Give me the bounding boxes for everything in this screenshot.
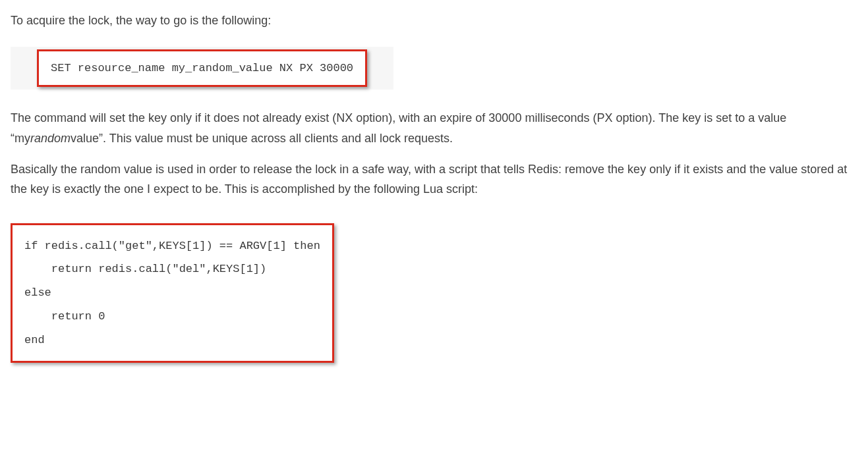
p2-italic: random — [30, 132, 71, 145]
code-lua-script: if redis.call(″get″,KEYS[1]) == ARGV[1] … — [24, 234, 320, 352]
explanation-paragraph-1: The command will set the key only if it … — [11, 108, 857, 148]
code-block-set-command: SET resource_name my_random_value NX PX … — [11, 47, 393, 90]
code-set-command: SET resource_name my_random_value NX PX … — [51, 58, 353, 79]
intro-paragraph: To acquire the lock, the way to go is th… — [11, 11, 857, 31]
p2-part2: value”. This value must be unique across… — [71, 132, 453, 145]
explanation-paragraph-2: Basically the random value is used in or… — [11, 159, 857, 200]
code-block-lua-script: if redis.call(″get″,KEYS[1]) == ARGV[1] … — [11, 223, 334, 363]
document-content: To acquire the lock, the way to go is th… — [11, 11, 857, 381]
